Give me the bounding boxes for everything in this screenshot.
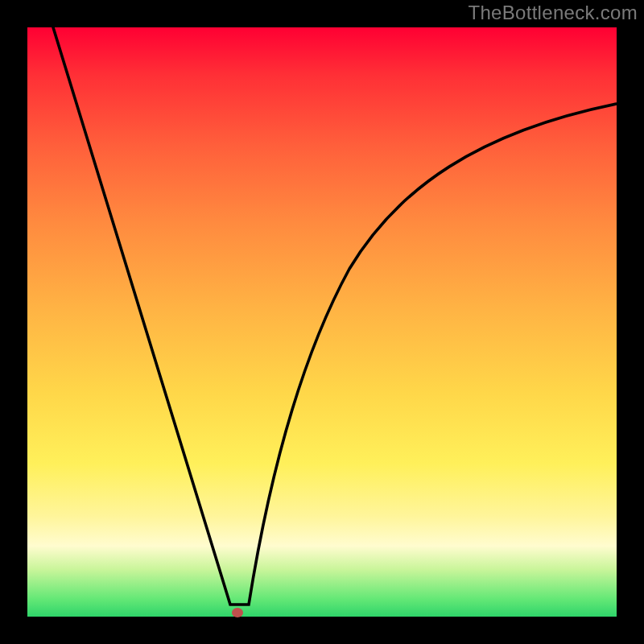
chart-frame: TheBottleneck.com bbox=[0, 0, 644, 644]
marker-dot bbox=[232, 608, 243, 617]
curve-path bbox=[53, 27, 617, 605]
plot-area bbox=[27, 27, 617, 617]
bottleneck-curve bbox=[27, 27, 617, 617]
watermark-text: TheBottleneck.com bbox=[468, 2, 638, 24]
